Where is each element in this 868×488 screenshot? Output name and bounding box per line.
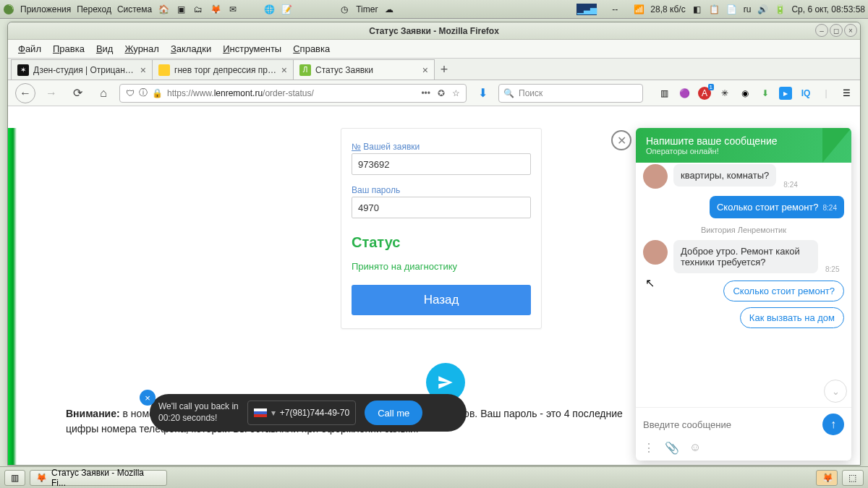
status-heading: Статус — [352, 234, 531, 251]
ext-library-icon[interactable]: ▥ — [658, 87, 671, 100]
page-decor — [8, 128, 17, 465]
files-icon[interactable]: 🗂 — [192, 4, 204, 15]
home-button[interactable]: ⌂ — [93, 83, 114, 103]
callback-close-icon[interactable]: × — [140, 390, 156, 406]
wifi-icon[interactable]: 📶 — [633, 4, 644, 15]
search-icon: 🔍 — [503, 88, 514, 98]
titlebar[interactable]: Статус Заявки - Mozilla Firefox – ◻ × — [8, 22, 860, 40]
ext-video-icon[interactable]: ▸ — [779, 87, 792, 100]
downloads-icon[interactable]: ⬇ — [472, 83, 493, 103]
callback-bubble: We'll call you back in00:20 seconds! ▾+7… — [150, 394, 467, 432]
menu-history[interactable]: Журнал — [124, 43, 158, 54]
chat-msg-in: Доброе утро. Ремонт какой техники требуе… — [643, 240, 844, 273]
go-menu[interactable]: Переход — [77, 4, 111, 14]
call-me-button[interactable]: Call me — [365, 401, 422, 425]
firefox-icon[interactable]: 🦊 — [210, 4, 221, 15]
chat-msg-in: квартиры, комнаты? 8:24 — [643, 164, 844, 189]
minimize-button[interactable]: – — [815, 24, 828, 37]
ext-colorzilla-icon[interactable]: 🟣 — [678, 87, 691, 100]
note-icon[interactable]: 📝 — [281, 4, 292, 15]
tray-icon-2[interactable]: 📋 — [709, 4, 720, 15]
workspace-1[interactable]: 🦊 — [816, 470, 838, 486]
taskbar: ▥ 🦊Статус Заявки - Mozilla Fi... 🦊 ⬚ — [0, 466, 868, 488]
close-icon[interactable]: × — [281, 64, 287, 76]
suggestion-chip[interactable]: Сколько стоит ремонт? — [723, 281, 844, 301]
tab-1[interactable]: гнев торг депрессия пр…× — [152, 59, 294, 80]
menu-bookmarks[interactable]: Закладки — [171, 43, 211, 54]
tray-icon-1[interactable]: ◧ — [692, 4, 703, 15]
ext-adblock-icon[interactable]: A1 — [698, 87, 711, 100]
bookmark-icon[interactable]: ☆ — [452, 88, 460, 98]
info-icon[interactable]: ⓘ — [139, 87, 148, 99]
ext-gear-icon[interactable]: ✳ — [718, 87, 731, 100]
reload-button[interactable]: ⟳ — [67, 83, 88, 103]
weather-icon[interactable]: ☁ — [383, 4, 395, 15]
taskbar-item[interactable]: 🦊Статус Заявки - Mozilla Fi... — [30, 470, 167, 486]
apps-icon[interactable] — [3, 4, 14, 15]
home-icon[interactable]: 🏠 — [158, 4, 169, 15]
suggestion-chip[interactable]: Как вызвать на дом — [740, 307, 844, 328]
workspace-2[interactable]: ⬚ — [842, 470, 864, 486]
avatar — [643, 240, 668, 265]
system-menu[interactable]: Система — [117, 4, 152, 14]
close-icon[interactable]: × — [422, 64, 428, 76]
tab-2[interactable]: ЛСтатус Заявки× — [293, 59, 435, 80]
ext-eye-icon[interactable]: ◉ — [739, 87, 752, 100]
menu-file[interactable]: Файл — [18, 43, 41, 54]
timer-icon[interactable]: ◷ — [339, 4, 350, 15]
tracking-icon[interactable]: ✪ — [438, 88, 445, 98]
mail-icon[interactable]: ✉ — [227, 4, 239, 15]
ext-divider: | — [820, 87, 833, 100]
forward-button[interactable]: → — [41, 83, 61, 103]
kb-layout[interactable]: ru — [744, 4, 752, 14]
callback-phone[interactable]: ▾+7(981)744-49-70 — [247, 401, 356, 425]
status-form: № Вашей заявки Ваш пароль Статус Принято… — [341, 128, 542, 329]
menu-edit[interactable]: Правка — [53, 43, 85, 54]
ext-puzzle-icon[interactable]: ⬇ — [759, 87, 772, 100]
show-desktop-button[interactable]: ▥ — [4, 470, 25, 486]
tray-icon-3[interactable]: 📄 — [726, 4, 738, 15]
maximize-button[interactable]: ◻ — [830, 24, 843, 37]
url-toolbar: ← → ⟳ ⌂ 🛡 ⓘ 🔒 https://www.lenremont.ru/o… — [8, 80, 860, 106]
chat-suggestions: Сколько стоит ремонт? Как вызвать на дом — [643, 281, 844, 328]
volume-icon[interactable]: 🔊 — [757, 4, 768, 15]
tab-0[interactable]: ✶Дзен-студия | Отрицани…× — [11, 59, 153, 80]
menu-help[interactable]: Справка — [293, 43, 330, 54]
back-button[interactable]: ← — [15, 83, 35, 103]
globe-icon[interactable]: 🌐 — [263, 4, 275, 15]
chat-send-button[interactable]: ↑ — [822, 414, 844, 435]
close-icon[interactable]: × — [140, 64, 146, 76]
chat-close-button[interactable]: ✕ — [611, 130, 631, 150]
chat-input[interactable] — [643, 419, 817, 430]
order-number-input[interactable] — [352, 153, 531, 175]
clock[interactable]: Ср, 6 окт, 08:53:58 — [791, 4, 865, 14]
address-bar[interactable]: 🛡 ⓘ 🔒 https://www.lenremont.ru/order-sta… — [119, 84, 467, 103]
close-window-button[interactable]: × — [844, 24, 857, 37]
lock-icon[interactable]: 🔒 — [152, 88, 163, 98]
avatar — [643, 164, 668, 189]
sysmon-icon[interactable]: ▁▃▅ — [576, 4, 597, 15]
chat-msg-out: Сколько стоит ремонт?8:24 — [643, 196, 844, 218]
back-button-form[interactable]: Назад — [352, 285, 531, 315]
hamburger-icon[interactable]: ☰ — [840, 87, 853, 100]
chevron-down-icon[interactable]: ⌄ — [824, 380, 847, 403]
flag-ru-icon — [254, 408, 267, 417]
emoji-icon[interactable]: ☺ — [689, 441, 701, 455]
more-icon[interactable]: ⋮ — [643, 441, 655, 455]
password-input[interactable] — [352, 197, 531, 218]
menu-view[interactable]: Вид — [96, 43, 114, 54]
ext-iq-icon[interactable]: IQ — [799, 87, 812, 100]
reader-icon[interactable]: ••• — [421, 88, 430, 98]
svg-point-0 — [4, 4, 14, 14]
menu-tools[interactable]: Инструменты — [223, 43, 281, 54]
search-box[interactable]: 🔍Поиск — [498, 84, 643, 103]
terminal-icon[interactable]: ▣ — [175, 4, 187, 15]
battery-icon[interactable]: 🔋 — [774, 4, 786, 15]
shield-icon[interactable]: 🛡 — [126, 88, 135, 98]
chat-footer: ↑ ⋮ 📎 ☺ — [636, 407, 851, 461]
page-content: № Вашей заявки Ваш пароль Статус Принято… — [8, 106, 860, 465]
chat-body[interactable]: квартиры, комнаты? 8:24 Сколько стоит ре… — [636, 163, 851, 407]
apps-menu[interactable]: Приложения — [20, 4, 71, 14]
new-tab-button[interactable]: + — [434, 59, 454, 80]
attach-icon[interactable]: 📎 — [665, 441, 679, 455]
